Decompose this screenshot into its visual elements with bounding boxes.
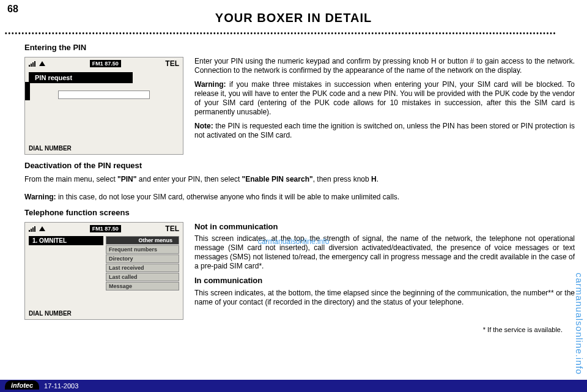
section-heading-pin: Entering the PIN xyxy=(24,43,575,52)
screen2-body: 1. OMNITEL Other menus Frequent numbers … xyxy=(25,235,183,319)
p-warning-sim: Warning: if you make three mistakes in s… xyxy=(194,80,575,117)
screen-top-bar: FM1 87.50 TEL xyxy=(25,57,183,70)
page-title: YOUR BOXER IN DETAIL xyxy=(0,0,587,25)
section1-row: FM1 87.50 TEL PIN request DIAL NUMBER En… xyxy=(24,57,575,155)
menu-message: Message xyxy=(106,282,179,290)
pin-request-label: PIN request xyxy=(29,72,133,83)
section-heading-deactivation: Deactivation of the PIN request xyxy=(24,161,575,170)
section3-text: Not in communication This screen indicat… xyxy=(194,222,575,320)
footer-date: 17-11-2003 xyxy=(44,382,78,390)
fm-badge: FM1 87.50 xyxy=(90,225,121,232)
signal-indicator xyxy=(29,61,45,67)
p-not-comm: This screen indicates, at the top, the s… xyxy=(194,234,575,271)
footnote: * If the service is available. xyxy=(24,326,575,333)
footer-bar: infotec 17-11-2003 xyxy=(0,380,587,392)
infotec-logo: infotec xyxy=(5,380,39,390)
p-note-ignition: Note: the PIN is requested each time the… xyxy=(194,122,575,140)
sub-heading-not-comm: Not in communication xyxy=(194,222,575,232)
screen-top-bar: FM1 87.50 TEL xyxy=(25,223,183,235)
network-name: 1. OMNITEL xyxy=(29,236,103,245)
p-deactivation: From the main menu, select "PIN" and ent… xyxy=(24,175,575,184)
menu-last-called: Last called xyxy=(106,273,179,281)
watermark-side: carmanualsonline.info xyxy=(574,273,585,375)
screen2-left: 1. OMNITEL xyxy=(29,236,103,318)
tel-label: TEL xyxy=(165,224,179,233)
antenna-icon xyxy=(39,226,45,231)
pin-input-field xyxy=(58,91,150,99)
section1-text: Enter your PIN using the numeric keypad … xyxy=(194,57,575,155)
separator-dots: ••••••••••••••••••••••••••••••••••••••••… xyxy=(0,30,587,37)
menu-directory: Directory xyxy=(106,254,179,263)
menu-last-received: Last received xyxy=(106,264,179,272)
dial-number-label: DIAL NUMBER xyxy=(29,310,72,317)
menu-frequent: Frequent numbers xyxy=(106,245,179,254)
p-warning-lose: Warning: in this case, do not lose your … xyxy=(24,193,575,202)
page-content: Entering the PIN FM1 87.50 TEL PIN reque… xyxy=(0,37,587,333)
fm-badge: FM1 87.50 xyxy=(90,60,121,67)
screenshot-telephone: FM1 87.50 TEL 1. OMNITEL Other menus Fre… xyxy=(24,222,183,320)
section2-text: From the main menu, select "PIN" and ent… xyxy=(24,175,575,202)
screenshot-pin-request: FM1 87.50 TEL PIN request DIAL NUMBER xyxy=(24,57,183,155)
p-enter-pin: Enter your PIN using the numeric keypad … xyxy=(194,57,575,75)
dial-number-label: DIAL NUMBER xyxy=(29,145,72,152)
p-in-comm: This screen indicates, at the bottom, th… xyxy=(194,289,575,307)
tel-label: TEL xyxy=(165,59,179,68)
page-number: 68 xyxy=(7,4,18,15)
signal-indicator xyxy=(29,226,45,232)
tab-marker xyxy=(25,82,30,100)
section3-row: FM1 87.50 TEL 1. OMNITEL Other menus Fre… xyxy=(24,222,575,320)
antenna-icon xyxy=(39,61,45,66)
menu-other: Other menus xyxy=(106,236,179,245)
section-heading-telephone: Telephone function screens xyxy=(24,208,575,217)
screen2-menu: Other menus Frequent numbers Directory L… xyxy=(106,236,179,318)
sub-heading-in-comm: In communication xyxy=(194,276,575,286)
